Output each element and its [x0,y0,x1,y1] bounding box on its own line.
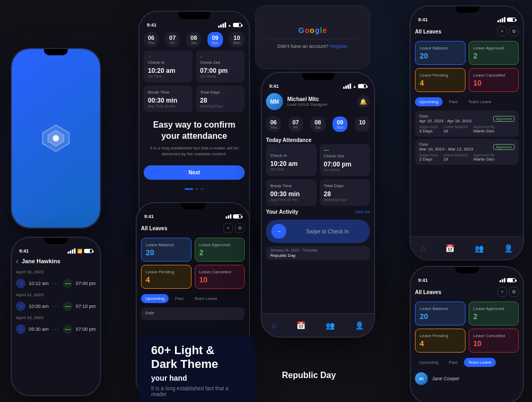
nav-home[interactable]: ⌂ [421,244,425,253]
nav-calendar[interactable]: 📅 [296,321,305,330]
date-chip[interactable]: 08 Sat [310,116,325,132]
checkout-card: ↙ Check Out 07:00 pm Go Home [196,51,245,82]
swipe-checkin-button[interactable]: → Swipe to Check In [266,220,370,243]
add-icon[interactable]: + [497,27,507,36]
leave-approved-card: Leave Approved 2 [469,302,519,325]
checkout-icon: ⟵ [63,324,72,334]
date-header-1: April 10, 2023 [12,267,100,277]
attendance-grid: ↗ Check In 10:20 am On Time ↙ Check Out … [139,51,249,112]
date-chip-active[interactable]: 09 Sun [207,32,222,47]
nav-team[interactable]: 👥 [326,321,335,330]
republic-day-label: Republic Day [282,371,336,380]
leave-balance-card: Leave Balance 20 [415,41,466,65]
view-all-link[interactable]: View All [355,210,370,214]
nav-profile[interactable]: 👤 [504,244,513,253]
bottom-nav: ⌂ 📅 👥 👤 [262,313,374,337]
tab-upcoming[interactable]: Upcoming [141,294,169,303]
status-bar: 9:41 ▲ [262,80,374,90]
your-hand-text: your hand [151,374,243,382]
notch [455,267,479,273]
leave-approved-card: Leave Approved 2 [469,41,519,65]
tab-team[interactable]: Team Leave [464,97,496,106]
date-chip[interactable]: 10 Mon [229,32,245,47]
date-chip[interactable]: 06 Thu [266,116,281,132]
filter-icon[interactable]: ⚙ [235,223,245,233]
nav-profile[interactable]: 👤 [355,321,364,330]
checkin-card: → Check In 10:20 am On Time [266,144,317,176]
leave-grid: Leave Balance 20 Leave Approved 2 Leave … [411,298,523,356]
status-bar: 9:41 [411,14,523,23]
team-user-row: JC Jane Cooper [411,369,523,388]
checkin-card: ↗ Check In 10:20 am On Time [144,51,193,82]
tabs: Upcoming Past Team Leave [411,356,523,369]
checkin-icon: → [16,279,26,288]
leave-grid: Leave Balance 20 Leave Approved 2 Leave … [137,234,249,292]
onboarding-desc: It is a long established fact that a rea… [145,145,244,157]
next-button[interactable]: Next [144,165,245,180]
notch [44,49,68,55]
leave-pending-card: Leave Pending 4 [415,329,466,353]
total-card: Total Days 28 Working Days [320,179,370,206]
history-item: → 10:12 am ⟵ 07:00 pm [12,277,100,290]
leave-cancelled-card: Leave Cancelled 10 [469,329,519,353]
status-time: 9:41 [144,214,154,219]
leaves-header: All Leaves + ⚙ [411,284,523,298]
checkin-icon: → [16,302,26,311]
settings-icon[interactable]: ⚙ [509,287,519,297]
profile-name: Jane Hawkins [22,258,61,264]
leave-cancelled-card: Leave Cancelled 10 [195,265,245,289]
republic-day-entry: January 26, 2023 · Thursday Republic Day [266,246,370,260]
date-chip[interactable]: 07 Fri [288,116,303,132]
nav-team[interactable]: 👥 [475,244,484,253]
leave-balance-card: Leave Balance 20 [415,302,466,325]
tab-team[interactable]: Team Leave [190,294,222,303]
phone-leaves-main: 9:41 All Leaves + ⚙ Leave Balance 20 [410,5,524,261]
add-icon[interactable]: + [497,287,507,297]
profile-icon: 👤 [504,244,513,253]
dark-theme-badge: 60+ Light & Dark Theme your hand It is a… [138,335,255,402]
notch [455,6,479,13]
date-chip[interactable]: 06 Thu [144,32,159,47]
leave-pending-card: Leave Pending 4 [415,68,466,92]
tabs: Upcoming Past Team Leave [137,292,249,305]
approved-badge: Approved [493,144,514,150]
tab-team[interactable]: Team Leave [464,358,496,367]
add-icon[interactable]: + [223,223,233,233]
notch [178,12,210,19]
date-row: 06 Thu 07 Fri 08 Sat 09 Sun 10 [262,113,374,135]
date-chip-active[interactable]: 09 Sun [332,116,347,132]
profile-row: MM Michael Mitc Lead UI/UX Designer 🔔 [262,90,374,113]
status-bar: 9:41 [137,211,249,220]
status-time: 9:41 [418,17,428,22]
status-time: 9:41 [269,83,279,89]
calendar-icon: 📅 [445,244,454,253]
tab-past[interactable]: Past [445,358,462,367]
checkout-icon: ⟵ [63,279,72,288]
settings-icon[interactable]: ⚙ [509,27,519,36]
history-item: → 10:00 am ⟵ 07:10 pm [12,299,100,313]
date-chip[interactable]: 10 [355,116,370,132]
status-time: 9:41 [147,22,156,28]
tabs: Upcoming Past Team Leave [411,95,523,108]
phone-history: 9:41 📶 ‹ Jane Hawkins April 10, 2023 → 1… [11,237,101,396]
bell-button[interactable]: 🔔 [357,95,370,108]
date-chip[interactable]: 07 Fri [165,32,180,47]
date-chip[interactable]: 08 Sat [186,32,201,47]
leave-balance-card: Leave Balance 20 [141,238,192,262]
back-icon[interactable]: ‹ [16,257,19,265]
tab-upcoming[interactable]: Upcoming [415,97,443,106]
status-bar: 9:41 [411,274,523,284]
onboarding-title: Easy way to confirm your attendance [145,120,244,142]
status-time: 9:41 [418,278,428,283]
team-avatar: JC [415,372,428,385]
nav-home[interactable]: ⌂ [272,321,276,330]
team-icon: 👥 [475,244,484,253]
phone-profile-attendance: 9:41 ▲ MM Michael Mitc Lead UI/UX Design… [261,72,375,338]
tab-past[interactable]: Past [171,294,188,303]
google-logo: G o o g l e [298,26,327,35]
nav-calendar[interactable]: 📅 [445,244,454,253]
tab-upcoming[interactable]: Upcoming [415,358,443,367]
tab-past[interactable]: Past [445,97,462,106]
svg-point-2 [53,135,59,141]
checkout-icon: ⟵ [63,302,72,311]
